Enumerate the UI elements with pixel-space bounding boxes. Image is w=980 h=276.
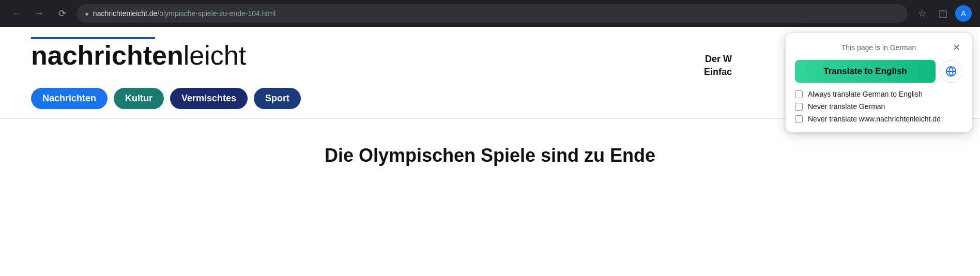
nav-sport[interactable]: Sport	[254, 88, 301, 109]
popup-close-button[interactable]: ✕	[950, 41, 962, 54]
site-logo: nachrichtenleicht	[31, 42, 246, 69]
nav-vermischtes[interactable]: Vermischtes	[170, 88, 248, 109]
header-line2: Einfac	[704, 66, 732, 79]
popup-header: This page is in German ✕	[795, 41, 962, 54]
option-never-translate-german[interactable]: Never translate German	[795, 102, 962, 111]
address-text: nachrichtenleicht.de/olympische-spiele-z…	[93, 9, 275, 18]
bookmark-button[interactable]: ☆	[914, 5, 930, 22]
logo-area: nachrichtenleicht	[31, 37, 246, 69]
options-list: Always translate German to English Never…	[795, 90, 962, 123]
translate-to-english-button[interactable]: Translate to English	[795, 60, 936, 83]
nav-kultur[interactable]: Kultur	[114, 88, 164, 109]
popup-title: This page is in German	[807, 43, 950, 52]
forward-button[interactable]: →	[31, 5, 48, 22]
option-always-translate-label: Always translate German to English	[808, 90, 923, 98]
option-never-translate-site[interactable]: Never translate www.nachrichtenleicht.de	[795, 115, 962, 123]
browser-chrome: ← → ⟳ ● nachrichtenleicht.de/olympische-…	[0, 0, 980, 27]
logo-bold: nachrichten	[31, 40, 183, 70]
language-options-button[interactable]	[940, 60, 962, 83]
globe-icon	[945, 66, 957, 77]
never-translate-german-checkbox[interactable]	[795, 103, 803, 111]
header-line1: Der W	[704, 53, 732, 66]
security-icon: ●	[85, 10, 89, 18]
profile-button[interactable]: A	[955, 5, 972, 22]
option-never-translate-german-label: Never translate German	[808, 102, 885, 111]
main-heading: Die Olympischen Spiele sind zu Ende	[0, 134, 980, 177]
logo-underline	[31, 37, 155, 39]
always-translate-checkbox[interactable]	[795, 90, 803, 98]
never-translate-site-checkbox[interactable]	[795, 115, 803, 123]
option-always-translate[interactable]: Always translate German to English	[795, 90, 962, 98]
address-bar[interactable]: ● nachrichtenleicht.de/olympische-spiele…	[76, 4, 908, 23]
option-never-translate-site-label: Never translate www.nachrichtenleicht.de	[808, 115, 941, 123]
extensions-button[interactable]: ◫	[935, 5, 951, 22]
translate-popup: This page is in German ✕ Translate to En…	[786, 33, 972, 132]
translate-btn-row: Translate to English	[795, 60, 962, 83]
logo-light: leicht	[183, 40, 246, 70]
back-button[interactable]: ←	[8, 5, 25, 22]
page-content: nachrichtenleicht Der W Einfac Nachricht…	[0, 27, 980, 276]
nav-nachrichten[interactable]: Nachrichten	[31, 88, 108, 109]
reload-button[interactable]: ⟳	[54, 5, 70, 22]
chrome-actions: ☆ ◫ A	[914, 5, 972, 22]
